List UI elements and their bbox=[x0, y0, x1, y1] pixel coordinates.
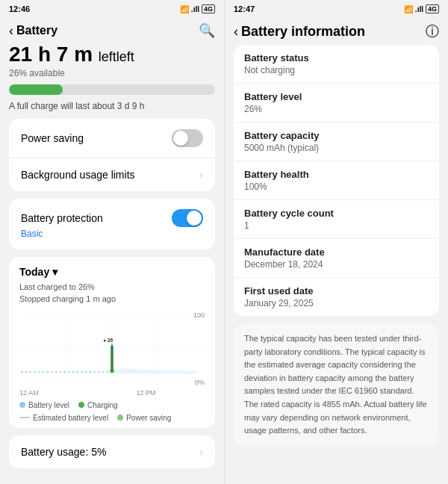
right-page-title: Battery information bbox=[241, 24, 365, 40]
battery-level-label: Battery level bbox=[244, 91, 429, 102]
svg-rect-8 bbox=[29, 370, 31, 373]
background-usage-row[interactable]: Background usage limits › bbox=[9, 158, 215, 191]
signal-icon-r: .ıll bbox=[415, 5, 423, 13]
status-bar-left: 12:46 📶 .ıll 4G bbox=[0, 0, 224, 16]
first-used-row: First used date January 29, 2025 bbox=[234, 278, 439, 316]
battery-cycle-value: 1 bbox=[244, 220, 429, 231]
today-sub: Last charged to 26% Stopped charging 1 m… bbox=[19, 281, 205, 305]
battery-status-row: Battery status Not charging bbox=[234, 45, 439, 84]
search-button[interactable]: 🔍 bbox=[199, 22, 215, 39]
power-saving-toggle[interactable] bbox=[172, 129, 203, 147]
right-header: ‹ Battery information ⓘ bbox=[225, 16, 448, 45]
legend-dot-battery bbox=[19, 402, 25, 408]
svg-rect-13 bbox=[51, 370, 53, 373]
svg-rect-21 bbox=[85, 370, 87, 373]
first-used-label: First used date bbox=[244, 285, 429, 297]
manufacture-date-label: Manufacture date bbox=[244, 246, 429, 258]
legend-charging-label: Charging bbox=[87, 401, 118, 409]
right-panel: 12:47 📶 .ıll 4G ‹ Battery information ⓘ … bbox=[224, 0, 448, 484]
legend-line-estimated bbox=[19, 417, 30, 418]
legend-estimated-label: Estimated battery level bbox=[33, 414, 108, 422]
page-title: Battery bbox=[16, 24, 57, 37]
legend-battery-label: Battery level bbox=[28, 401, 69, 409]
left-header: ‹ Battery 🔍 bbox=[0, 16, 224, 43]
battery-health-value: 100% bbox=[244, 182, 429, 192]
svg-rect-25 bbox=[102, 370, 105, 373]
status-bar-right: 12:47 📶 .ıll 4G bbox=[225, 0, 448, 16]
power-saving-row[interactable]: Power saving bbox=[9, 119, 215, 158]
time-value: 21 h 7 m bbox=[9, 43, 93, 66]
battery-protection-label: Battery protection bbox=[21, 212, 103, 224]
full-charge-text: A full charge will last about 3 d 9 h bbox=[9, 101, 215, 111]
battery-capacity-row: Battery capacity 5000 mAh (typical) bbox=[234, 122, 439, 161]
battery-protection-card: Battery protection Basic bbox=[9, 199, 215, 249]
legend-dot-charging bbox=[78, 402, 84, 408]
svg-rect-20 bbox=[81, 370, 83, 373]
time-remaining-section: 21 h 7 m leftleft 26% available A full c… bbox=[9, 43, 215, 111]
legend-powersaving-label: Power saving bbox=[126, 414, 171, 422]
battery-bar bbox=[9, 84, 215, 95]
chart-svg: ♦ 26 bbox=[19, 311, 205, 386]
svg-rect-22 bbox=[89, 370, 91, 373]
right-back-button[interactable]: ‹ Battery information bbox=[234, 24, 365, 40]
time-left: 12:46 bbox=[9, 4, 30, 13]
svg-rect-11 bbox=[43, 370, 45, 373]
battery-level-row: Battery level 26% bbox=[234, 84, 439, 122]
today-header[interactable]: Today ▾ bbox=[19, 266, 205, 278]
svg-rect-12 bbox=[46, 370, 49, 373]
chart-legend: Battery level Charging Estimated battery… bbox=[19, 401, 205, 422]
battery-status-label: Battery status bbox=[244, 52, 429, 63]
stopped-charging-text: Stopped charging 1 m ago bbox=[19, 293, 205, 305]
legend-charging: Charging bbox=[78, 401, 118, 409]
back-arrow-icon: ‹ bbox=[9, 23, 13, 39]
battery-capacity-label: Battery capacity bbox=[244, 130, 429, 141]
svg-rect-26 bbox=[106, 370, 108, 373]
battery-cycle-label: Battery cycle count bbox=[244, 208, 429, 219]
left-panel: 12:46 📶 .ıll 4G ‹ Battery 🔍 21 h 7 m lef… bbox=[0, 0, 224, 484]
time-remaining-display: 21 h 7 m leftleft bbox=[9, 43, 215, 66]
battery-info-card: Battery status Not charging Battery leve… bbox=[234, 45, 439, 316]
svg-rect-19 bbox=[76, 370, 78, 373]
chart-x-labels: 12 AM 12 PM bbox=[19, 389, 205, 397]
svg-marker-29 bbox=[114, 368, 198, 374]
svg-rect-7 bbox=[25, 370, 28, 373]
battery-status-value: Not charging bbox=[244, 65, 429, 75]
svg-rect-24 bbox=[98, 370, 100, 373]
battery-protection-row[interactable]: Battery protection bbox=[21, 209, 203, 227]
battery-usage-row[interactable]: Battery usage: 5% › bbox=[9, 435, 215, 468]
disclaimer-text: The typical capacity has been tested und… bbox=[244, 332, 429, 438]
available-text: 26% available bbox=[9, 68, 215, 78]
signal-icon: .ıll bbox=[191, 5, 199, 13]
last-charged-text: Last charged to 26% bbox=[19, 281, 205, 294]
svg-rect-10 bbox=[38, 370, 40, 373]
legend-estimated: Estimated battery level bbox=[19, 414, 108, 422]
battery-protection-sub: Basic bbox=[21, 229, 203, 239]
disclaimer-card: The typical capacity has been tested und… bbox=[234, 323, 439, 447]
today-label: Today bbox=[19, 266, 49, 278]
back-button[interactable]: ‹ Battery bbox=[9, 23, 57, 39]
right-back-arrow-icon: ‹ bbox=[234, 24, 238, 40]
battery-capacity-value: 5000 mAh (typical) bbox=[244, 143, 429, 153]
battery-cycle-row: Battery cycle count 1 bbox=[234, 200, 439, 239]
battery-health-row: Battery health 100% bbox=[234, 161, 439, 200]
time-suffix: left bbox=[99, 49, 116, 64]
battery-usage-card: Battery usage: 5% › bbox=[9, 435, 215, 468]
info-button[interactable]: ⓘ bbox=[426, 22, 439, 40]
chevron-usage-icon: › bbox=[199, 446, 203, 458]
battery-level-value: 26% bbox=[244, 104, 429, 114]
left-content: 21 h 7 m leftleft 26% available A full c… bbox=[0, 43, 224, 484]
time-suffix-word: left bbox=[116, 49, 134, 64]
svg-rect-18 bbox=[72, 370, 75, 373]
svg-text:♦ 26: ♦ 26 bbox=[104, 338, 113, 343]
battery-protection-toggle[interactable] bbox=[172, 209, 203, 227]
chevron-right-icon: › bbox=[199, 169, 203, 181]
power-saving-label: Power saving bbox=[21, 132, 84, 144]
legend-power-saving: Power saving bbox=[117, 414, 171, 422]
legend-battery-level: Battery level bbox=[19, 401, 69, 409]
first-used-value: January 29, 2025 bbox=[244, 298, 429, 308]
svg-rect-16 bbox=[63, 370, 66, 373]
wifi-icon-r: 📶 bbox=[404, 5, 413, 13]
chart-label-12am: 12 AM bbox=[19, 389, 39, 397]
right-content: Battery status Not charging Battery leve… bbox=[225, 45, 448, 484]
legend-dot-powersaving bbox=[117, 415, 123, 421]
